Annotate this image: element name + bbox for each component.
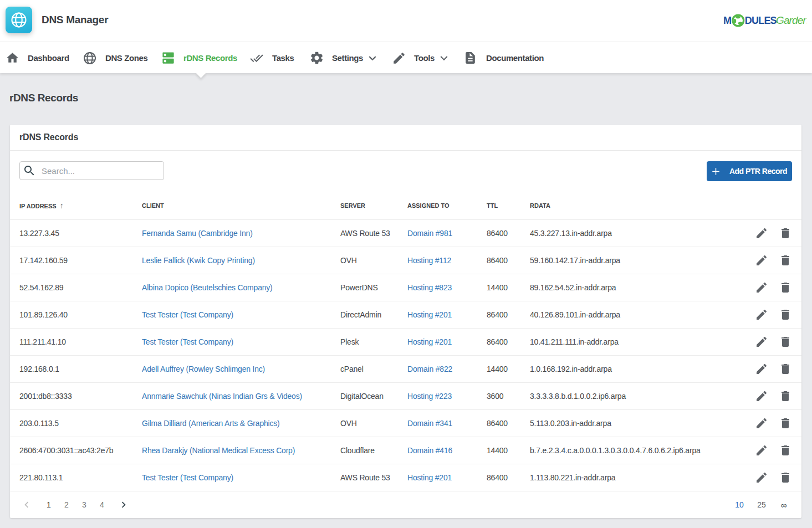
- svg-text:DULES: DULES: [745, 15, 777, 26]
- svg-text:Garden: Garden: [776, 14, 806, 26]
- svg-text:M: M: [723, 15, 732, 26]
